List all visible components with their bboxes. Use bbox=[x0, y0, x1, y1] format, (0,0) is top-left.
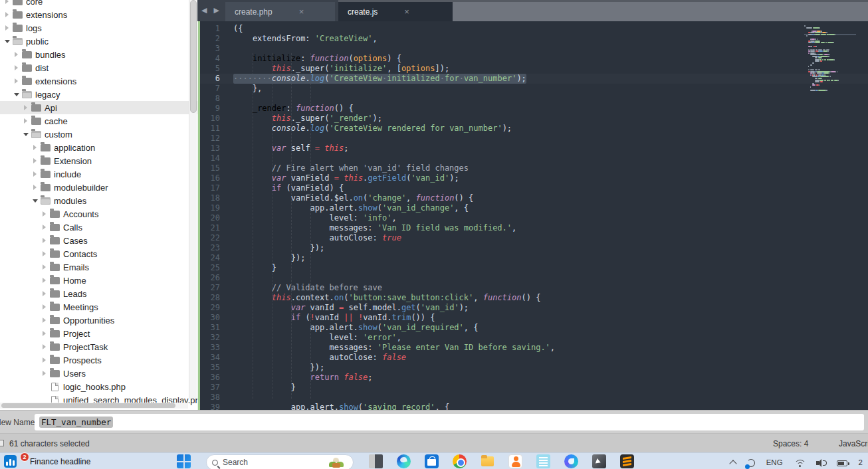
chevron-collapsed-icon[interactable] bbox=[31, 171, 39, 177]
sidebar-item-core[interactable]: core bbox=[0, 0, 197, 8]
chevron-collapsed-icon[interactable] bbox=[40, 251, 49, 256]
code-line-4[interactable]: 4 initialize: function(options) { bbox=[200, 54, 868, 64]
code-line-13[interactable]: 13 var self = this; bbox=[200, 143, 868, 153]
sidebar-item-emails[interactable]: Emails bbox=[0, 260, 197, 274]
chevron-collapsed-icon[interactable] bbox=[21, 105, 30, 110]
chevron-collapsed-icon[interactable] bbox=[12, 52, 21, 57]
sidebar-item-contacts[interactable]: Contacts bbox=[0, 247, 197, 260]
minimap[interactable] bbox=[804, 25, 856, 91]
volume-icon[interactable] bbox=[816, 459, 825, 467]
code-line-9[interactable]: 9 _render: function() { bbox=[200, 104, 868, 114]
chevron-expanded-icon[interactable] bbox=[12, 93, 21, 96]
tray-overflow-chevron-icon[interactable] bbox=[729, 460, 736, 467]
sidebar-item-users[interactable]: Users bbox=[0, 367, 197, 380]
code-line-2[interactable]: 2 extendsFrom: 'CreateView', bbox=[200, 34, 868, 44]
code-line-16[interactable]: 16 var vanField = this.getField('van_id'… bbox=[200, 173, 868, 183]
sidebar-item-dist[interactable]: dist bbox=[0, 61, 197, 74]
sidebar-item-extensions[interactable]: extensions bbox=[0, 74, 197, 88]
sidebar-item-include[interactable]: include bbox=[0, 167, 197, 181]
code-line-32[interactable]: 32 level: 'error', bbox=[200, 333, 868, 343]
code-line-11[interactable]: 11 console.log('CreateView rendered for … bbox=[200, 124, 868, 134]
syntax-mode[interactable]: JavaScript bbox=[839, 439, 868, 448]
code-editor[interactable]: 1({2 extendsFrom: 'CreateView',34 initia… bbox=[200, 21, 868, 410]
sidebar-item-cache[interactable]: cache bbox=[0, 114, 197, 128]
sidebar-item-opportunities[interactable]: Opportunities bbox=[0, 314, 197, 327]
code-line-38[interactable]: 38 bbox=[200, 393, 868, 403]
code-line-6[interactable]: 6········console.log('CreateView·initial… bbox=[200, 74, 868, 84]
tab-create-js[interactable]: create.js × bbox=[338, 2, 453, 21]
status-checkbox-icon[interactable] bbox=[0, 440, 4, 446]
chevron-collapsed-icon[interactable] bbox=[3, 25, 11, 31]
code-line-34[interactable]: 34 autoClose: false bbox=[200, 353, 868, 363]
wifi-icon[interactable] bbox=[794, 460, 805, 468]
sidebar-item-logic-hooks-php[interactable]: logic_hooks.php bbox=[0, 380, 197, 393]
store-icon[interactable] bbox=[425, 454, 439, 468]
chevron-collapsed-icon[interactable] bbox=[12, 78, 21, 84]
sidebar-item-projecttask[interactable]: ProjectTask bbox=[0, 340, 197, 353]
code-line-17[interactable]: 17 if (vanField) { bbox=[200, 183, 868, 193]
battery-icon[interactable] bbox=[837, 460, 847, 466]
chevron-collapsed-icon[interactable] bbox=[40, 344, 49, 349]
sync-status-icon[interactable] bbox=[747, 459, 755, 467]
code-line-21[interactable]: 21 messages: 'Van ID field was modified.… bbox=[200, 223, 868, 233]
code-line-8[interactable]: 8 bbox=[200, 94, 868, 104]
chrome-icon[interactable] bbox=[453, 454, 467, 468]
sidebar-horizontal-scrollbar[interactable] bbox=[0, 403, 188, 409]
code-line-29[interactable]: 29 var vanId = self.model.get('van_id'); bbox=[200, 303, 868, 313]
sidebar-item-modulebuilder[interactable]: modulebuilder bbox=[0, 181, 197, 194]
code-line-7[interactable]: 7 }, bbox=[200, 84, 868, 94]
code-line-10[interactable]: 10 this._super('_render'); bbox=[200, 114, 868, 124]
code-line-33[interactable]: 33 messages: 'Please enter Van ID before… bbox=[200, 343, 868, 353]
sidebar-item-home[interactable]: Home bbox=[0, 274, 197, 287]
file-explorer-icon[interactable] bbox=[481, 454, 494, 468]
close-icon[interactable]: × bbox=[299, 7, 304, 17]
sidebar-item-calls[interactable]: Calls bbox=[0, 221, 197, 234]
code-line-14[interactable]: 14 bbox=[200, 153, 868, 163]
edge-icon[interactable] bbox=[397, 454, 411, 468]
chevron-collapsed-icon[interactable] bbox=[12, 65, 21, 70]
scrollbar-thumb[interactable] bbox=[190, 0, 197, 113]
chevron-collapsed-icon[interactable] bbox=[40, 264, 49, 270]
sidebar-item-leads[interactable]: Leads bbox=[0, 287, 197, 300]
xampp-icon[interactable] bbox=[508, 454, 522, 468]
search-box[interactable]: Search bbox=[206, 454, 354, 469]
chevron-collapsed-icon[interactable] bbox=[40, 225, 49, 230]
chevron-collapsed-icon[interactable] bbox=[40, 318, 49, 323]
code-line-30[interactable]: 30 if (!vanId || !vanId.trim()) { bbox=[200, 313, 868, 323]
rename-input[interactable]: FLT_van_number bbox=[35, 414, 864, 430]
tab-nav-left-icon[interactable]: ◀ bbox=[201, 6, 207, 15]
code-line-28[interactable]: 28 this.context.on('button:save_button:c… bbox=[200, 293, 868, 303]
sidebar-item-logs[interactable]: logs bbox=[0, 21, 197, 35]
code-line-12[interactable]: 12 bbox=[200, 134, 868, 143]
widgets-button[interactable]: 2 Finance headline bbox=[4, 455, 90, 468]
notes-icon[interactable] bbox=[536, 454, 550, 468]
chevron-collapsed-icon[interactable] bbox=[31, 145, 39, 150]
indentation-setting[interactable]: Spaces: 4 bbox=[773, 439, 808, 448]
chevron-expanded-icon[interactable] bbox=[31, 199, 39, 203]
sublime-text-icon[interactable] bbox=[620, 454, 634, 468]
chevron-collapsed-icon[interactable] bbox=[21, 118, 30, 124]
chevron-expanded-icon[interactable] bbox=[21, 133, 30, 136]
chevron-collapsed-icon[interactable] bbox=[40, 211, 49, 217]
code-line-19[interactable]: 19 app.alert.show('van_id_change', { bbox=[200, 203, 868, 213]
sidebar-item-meetings[interactable]: Meetings bbox=[0, 300, 197, 314]
code-line-22[interactable]: 22 autoClose: true bbox=[200, 233, 868, 243]
code-line-36[interactable]: 36 return false; bbox=[200, 373, 868, 383]
sidebar-item-modules[interactable]: modules bbox=[0, 194, 197, 207]
code-line-18[interactable]: 18 vanField.$el.on('change', function() … bbox=[200, 193, 868, 203]
code-line-24[interactable]: 24 }); bbox=[200, 253, 868, 263]
sidebar-item-custom[interactable]: custom bbox=[0, 128, 197, 141]
clock[interactable]: 2 bbox=[859, 458, 863, 466]
chevron-expanded-icon[interactable] bbox=[3, 40, 11, 43]
app-gray-icon[interactable] bbox=[369, 454, 383, 468]
code-line-39[interactable]: 39 app.alert.show('saving_record', { bbox=[200, 403, 868, 410]
sidebar-item-legacy[interactable]: legacy bbox=[0, 88, 197, 101]
tab-create-php[interactable]: create.php × bbox=[225, 2, 335, 21]
code-line-31[interactable]: 31 app.alert.show('van_id_required', { bbox=[200, 323, 868, 333]
sidebar-item-public[interactable]: public bbox=[0, 35, 197, 48]
terminal-icon[interactable] bbox=[592, 454, 606, 468]
code-line-26[interactable]: 26 bbox=[200, 273, 868, 283]
code-line-1[interactable]: 1({ bbox=[200, 24, 868, 34]
sidebar-vertical-scrollbar[interactable] bbox=[189, 0, 197, 399]
code-line-5[interactable]: 5 this._super('initialize', [options]); bbox=[200, 64, 868, 74]
